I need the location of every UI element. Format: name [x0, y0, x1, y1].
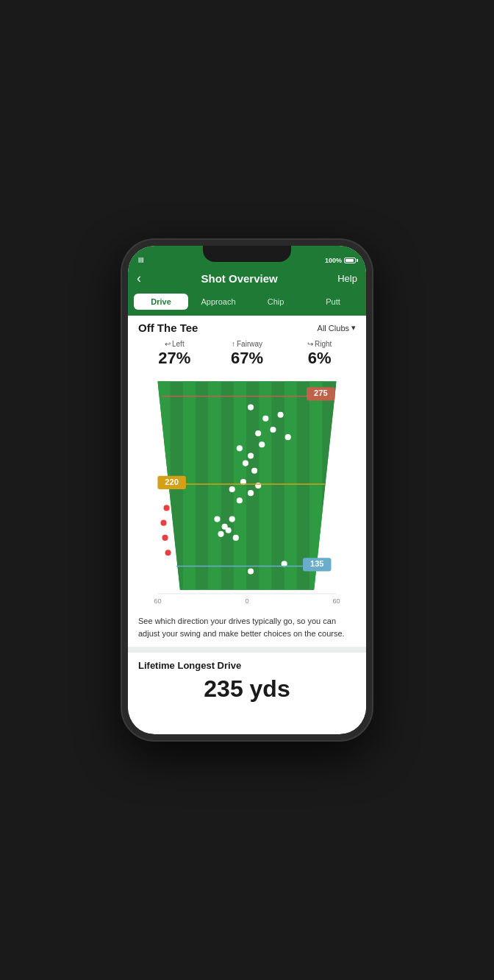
svg-point-17: [255, 430, 261, 436]
svg-point-33: [218, 531, 223, 537]
stat-fairway-value: 67%: [211, 349, 284, 368]
svg-point-21: [248, 452, 254, 458]
stat-left-label: ↩ Left: [138, 340, 211, 348]
stat-right-value: 6%: [283, 349, 356, 368]
svg-point-16: [270, 427, 276, 433]
svg-point-24: [251, 468, 257, 474]
svg-point-20: [237, 445, 243, 451]
svg-point-32: [229, 516, 235, 522]
tab-drive[interactable]: Drive: [134, 294, 188, 310]
svg-text:60: 60: [333, 597, 340, 605]
svg-point-35: [233, 535, 239, 541]
lifetime-label: Lifetime Longest Drive: [138, 660, 356, 671]
svg-point-10: [164, 505, 170, 511]
tab-chip[interactable]: Chip: [248, 294, 303, 310]
phone-screen: lll 100% ‹ Shot Overview Help Drive Appr…: [128, 246, 366, 734]
notch: [203, 246, 291, 262]
svg-point-15: [262, 416, 268, 422]
svg-point-30: [214, 516, 220, 522]
club-selector-label: All Clubs: [318, 324, 349, 333]
battery-percentage: 100%: [325, 257, 342, 264]
tab-putt[interactable]: Putt: [306, 294, 360, 310]
header: ‹ Shot Overview Help: [128, 266, 366, 294]
battery-indicator: 100%: [325, 257, 356, 264]
svg-point-12: [162, 535, 168, 541]
svg-rect-5: [208, 381, 221, 590]
svg-point-11: [160, 520, 166, 526]
description-text: See which direction your drives typicall…: [128, 608, 366, 647]
left-arrow-icon: ↩: [165, 340, 171, 348]
svg-point-28: [237, 497, 243, 503]
svg-point-36: [248, 568, 254, 574]
svg-point-25: [229, 486, 235, 492]
svg-point-29: [255, 483, 261, 489]
help-button[interactable]: Help: [337, 273, 357, 284]
svg-point-34: [226, 528, 232, 533]
svg-point-19: [285, 434, 291, 440]
back-button[interactable]: ‹: [137, 271, 141, 286]
stat-fairway: ↑ Fairway 67%: [211, 340, 284, 368]
svg-text:275: 275: [314, 388, 328, 397]
svg-text:220: 220: [165, 477, 179, 486]
svg-point-27: [248, 490, 254, 496]
svg-point-23: [243, 461, 248, 466]
page-title: Shot Overview: [201, 272, 278, 285]
club-selector[interactable]: All Clubs ▾: [318, 323, 356, 333]
tab-approach[interactable]: Approach: [191, 294, 246, 310]
phone-frame: lll 100% ‹ Shot Overview Help Drive Appr…: [122, 240, 372, 740]
right-arrow-icon: ↪: [307, 340, 313, 348]
stat-left: ↩ Left 27%: [138, 340, 211, 368]
section-header: Off The Tee All Clubs ▾: [128, 316, 366, 337]
svg-text:135: 135: [310, 559, 324, 568]
svg-rect-8: [284, 381, 297, 590]
svg-point-18: [278, 412, 284, 418]
stat-left-value: 27%: [138, 349, 211, 368]
signal-indicator: lll: [138, 257, 144, 264]
lifetime-value: 235 yds: [138, 672, 356, 709]
fairway-chart: 275 220 135 60 0 60: [135, 374, 359, 608]
stat-fairway-label: ↑ Fairway: [211, 340, 284, 348]
stat-right: ↪ Right 6%: [283, 340, 356, 368]
section-divider: [128, 647, 366, 653]
tab-bar: Drive Approach Chip Putt: [128, 294, 366, 316]
svg-point-13: [165, 550, 171, 555]
chevron-down-icon: ▾: [351, 323, 356, 333]
section-title: Off The Tee: [138, 322, 198, 334]
up-arrow-icon: ↑: [232, 340, 235, 348]
svg-text:0: 0: [245, 597, 248, 605]
svg-point-22: [259, 441, 265, 447]
svg-text:60: 60: [154, 597, 161, 605]
battery-icon: [344, 258, 356, 263]
fairway-svg: 275 220 135 60 0 60: [135, 374, 359, 605]
svg-rect-6: [234, 381, 246, 590]
svg-point-14: [248, 405, 254, 411]
main-content: Off The Tee All Clubs ▾ ↩ Left 27% ↑ Fai…: [128, 316, 366, 714]
lifetime-section: Lifetime Longest Drive 235 yds: [128, 653, 366, 714]
stats-row: ↩ Left 27% ↑ Fairway 67% ↪ Right 6%: [128, 337, 366, 374]
stat-right-label: ↪ Right: [283, 340, 356, 348]
